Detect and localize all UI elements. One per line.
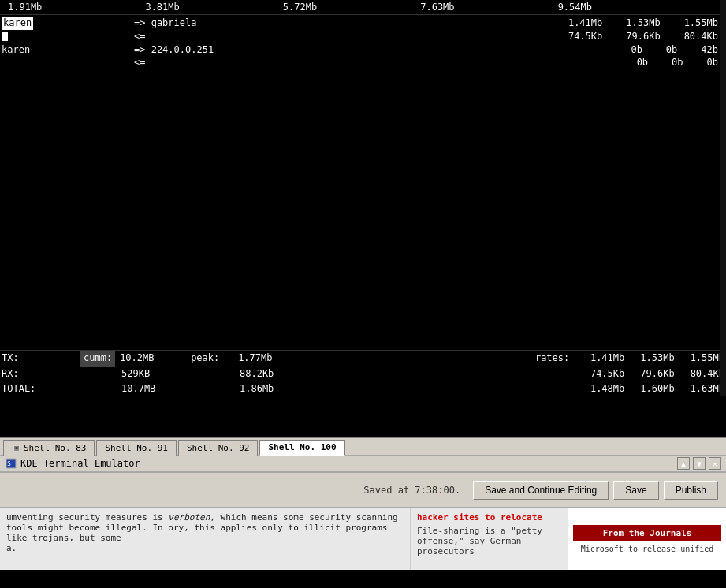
data-col: 74.5Kb 79.6Kb 80.4Kb (276, 30, 726, 43)
save-button[interactable]: Save (613, 481, 658, 500)
cumm-label: cumm: (80, 351, 115, 366)
host-col (0, 56, 134, 69)
direction-text: <= (134, 31, 145, 42)
rates-spacer2 (535, 381, 590, 396)
shell-tabs-bar: ▣ Shell No. 83 Shell No. 91 Shell No. 92… (0, 437, 726, 455)
table-row: <= 0b 0b 0b (0, 56, 726, 69)
news-col1: umventing security measures is verboten,… (0, 508, 411, 570)
direction-text: => 224.0.0.251 (134, 44, 214, 55)
tx-row: TX: cumm: 10.2MB peak: 1.77Mb rates: 1.4… (0, 351, 726, 366)
tab-label-91: Shell No. 91 (105, 443, 167, 453)
publish-button[interactable]: Publish (664, 481, 718, 500)
saved-at-text: Saved at 7:38:00. (363, 485, 460, 496)
kde-terminal-bar: $_ KDE Terminal Emulator ▲ ▼ ✕ (0, 455, 726, 472)
data-col: 1.41Mb 1.53Mb 1.55Mb (276, 17, 726, 30)
tab-label-100: Shell No. 100 (268, 442, 336, 452)
tx-cumm: 10.2MB (120, 351, 191, 366)
terminal-status: TX: cumm: 10.2MB peak: 1.77Mb rates: 1.4… (0, 350, 726, 396)
news-text-1: umventing security measures is verboten,… (6, 512, 398, 543)
scale-2: 3.81Mb (145, 2, 179, 13)
data-col: 0b 0b 42b (276, 43, 726, 57)
rates-label: rates: (535, 351, 590, 366)
total-cumm: 10.7MB (121, 381, 192, 396)
val1: 0b (637, 56, 648, 69)
kde-close-btn[interactable]: ✕ (709, 457, 721, 470)
save-bar: Saved at 7:38:00. Save and Continue Edit… (0, 472, 726, 507)
tab-shell83[interactable]: ▣ Shell No. 83 (3, 440, 95, 456)
right-border (720, 0, 726, 396)
tab-shell100[interactable]: Shell No. 100 (259, 440, 344, 456)
news-col3: From the Journals Microsoft to release u… (568, 508, 726, 570)
val2: 79.6Kb (626, 30, 660, 43)
news-headline: File-sharing is a "petty offense," say G… (417, 526, 561, 556)
total-row: TOTAL: 10.7MB 1.86Mb 1.48Mb 1.60Mb 1.63M… (0, 381, 726, 396)
journal-sub: Microsoft to release unified (581, 545, 714, 553)
rx-label: RX: (2, 367, 80, 381)
total-label: TOTAL: (2, 381, 80, 396)
total-peak: 1.86Mb (240, 381, 311, 396)
terminal-area: 1.91Mb 3.81Mb 5.72Mb 7.63Mb 9.54Mb karen… (0, 0, 726, 437)
save-continue-button[interactable]: Save and Continue Editing (473, 481, 609, 500)
rx-cumm: 529KB (121, 367, 192, 381)
news-text-2: a. (6, 543, 17, 553)
selected-host: karen (2, 17, 33, 30)
table-row: <= 74.5Kb 79.6Kb 80.4Kb (0, 30, 726, 43)
tx-r2: 1.53Mb (640, 351, 674, 366)
rx-peak: 88.2Kb (240, 367, 311, 381)
val3: 0b (707, 56, 718, 69)
scale-bar: 1.91Mb 3.81Mb 5.72Mb 7.63Mb 9.54Mb (0, 0, 726, 15)
val3: 1.55Mb (684, 17, 718, 30)
val1: 1.41Mb (568, 17, 602, 30)
rx-r2: 79.6Kb (640, 367, 674, 381)
host-col: karen (0, 43, 134, 57)
val1: 74.5Kb (568, 30, 602, 43)
news-col2: hacker sites to relocate File-sharing is… (411, 508, 568, 570)
kde-shrink-btn[interactable]: ▼ (693, 457, 706, 470)
val2: 1.53Mb (626, 17, 660, 30)
table-row: karen => gabriela 1.41Mb 1.53Mb 1.55Mb (0, 17, 726, 30)
tab-icon-83: ▣ (12, 443, 21, 452)
total-rates: 1.48Mb 1.60Mb 1.63Mb (590, 381, 724, 396)
peak-spacer (192, 367, 240, 381)
val2: 0b (666, 43, 677, 57)
host-text: karen (2, 44, 30, 55)
rx-rates: 74.5Kb 79.6Kb 80.4Kb (590, 367, 724, 381)
direction-text: => gabriela (134, 17, 196, 28)
total-r1: 1.48Mb (590, 381, 624, 396)
news-link-red[interactable]: hacker sites to relocate (417, 512, 542, 523)
tx-peak: 1.77Mb (238, 351, 309, 366)
kde-expand-btn[interactable]: ▲ (677, 457, 690, 470)
direction-col: <= (134, 30, 276, 43)
scale-5: 9.54Mb (558, 2, 592, 13)
rx-row: RX: 529KB 88.2Kb 74.5Kb 79.6Kb 80.4Kb (0, 367, 726, 381)
tab-label-92: Shell No. 92 (187, 443, 249, 453)
peak-spacer2 (192, 381, 240, 396)
tx-r1: 1.41Mb (590, 351, 624, 366)
journal-button[interactable]: From the Journals (573, 525, 721, 541)
kde-terminal-icon: $_ (5, 457, 17, 470)
host-col (0, 30, 134, 43)
host-col: karen (0, 17, 134, 30)
peak-label: peak: (191, 351, 238, 366)
table-row: karen => 224.0.0.251 0b 0b 42b (0, 43, 726, 57)
direction-col: <= (134, 56, 276, 69)
tx-rates: 1.41Mb 1.53Mb 1.55Mb (590, 351, 724, 366)
rates-spacer (535, 367, 590, 381)
val2: 0b (672, 56, 683, 69)
direction-col: => 224.0.0.251 (134, 43, 276, 57)
scale-3: 5.72Mb (283, 2, 317, 13)
svg-text:$_: $_ (7, 460, 15, 467)
scale-4: 7.63Mb (420, 2, 454, 13)
direction-col: => gabriela (134, 17, 276, 30)
total-r2: 1.60Mb (640, 381, 674, 396)
kde-title: KDE Terminal Emulator (20, 458, 674, 469)
tab-shell92[interactable]: Shell No. 92 (178, 440, 258, 456)
tab-label-83: Shell No. 83 (24, 443, 86, 453)
data-col: 0b 0b 0b (276, 56, 726, 69)
tab-shell91[interactable]: Shell No. 91 (96, 440, 176, 456)
direction-text: <= (134, 57, 145, 68)
network-rows: karen => gabriela 1.41Mb 1.53Mb 1.55Mb <… (0, 15, 726, 71)
val1: 0b (631, 43, 642, 57)
scale-1: 1.91Mb (8, 2, 42, 13)
tx-label: TX: (2, 351, 80, 366)
